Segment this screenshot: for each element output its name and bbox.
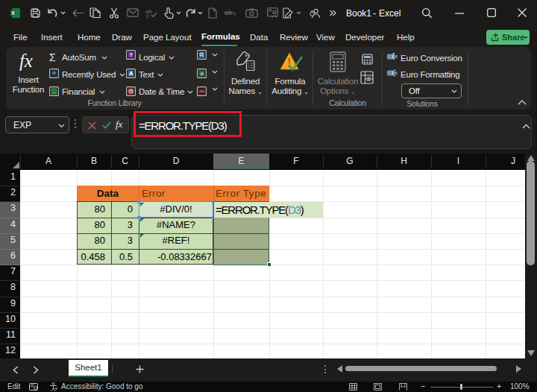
- svg-text:X: X: [11, 10, 15, 16]
- svg-text:A: A: [129, 70, 134, 77]
- svg-text:c: c: [146, 13, 149, 18]
- svg-text:?: ?: [129, 51, 133, 58]
